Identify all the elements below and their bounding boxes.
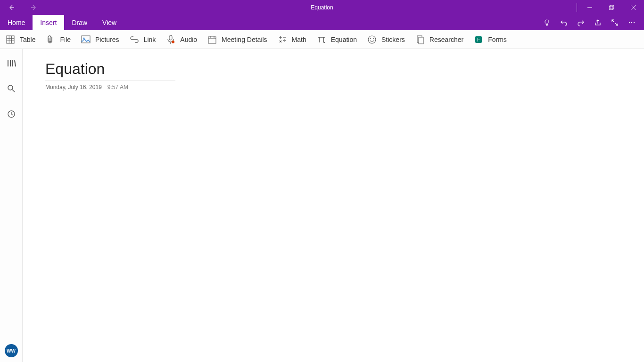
insert-forms-button[interactable]: F Forms xyxy=(474,30,507,49)
notebooks-icon xyxy=(7,58,16,68)
page-canvas[interactable]: Equation Monday, July 16, 2019 9:57 AM xyxy=(23,49,644,362)
page-title[interactable]: Equation xyxy=(45,60,621,78)
smiley-icon xyxy=(367,35,377,44)
notebooks-button[interactable] xyxy=(4,56,19,71)
search-icon xyxy=(7,84,16,93)
user-avatar[interactable]: WW xyxy=(5,344,18,357)
svg-point-8 xyxy=(631,22,632,23)
insert-table-button[interactable]: Table xyxy=(6,30,35,49)
ribbon-label: Equation xyxy=(331,36,357,43)
svg-rect-35 xyxy=(419,37,423,44)
ellipsis-icon xyxy=(628,19,636,26)
maximize-button[interactable] xyxy=(601,0,622,15)
insert-audio-button[interactable]: Audio xyxy=(166,30,197,49)
svg-point-42 xyxy=(8,85,13,90)
link-icon xyxy=(130,35,139,44)
insert-stickers-button[interactable]: Stickers xyxy=(367,30,405,49)
undo-button[interactable] xyxy=(555,15,572,30)
tabstrip-right xyxy=(538,15,644,30)
svg-rect-17 xyxy=(169,35,172,40)
tab-label: Draw xyxy=(72,19,87,26)
svg-point-32 xyxy=(370,38,371,39)
pi-icon xyxy=(317,35,326,44)
tab-label: Home xyxy=(8,19,25,26)
fullscreen-button[interactable] xyxy=(606,15,623,30)
ribbon-label: Math xyxy=(292,36,306,43)
ribbon-label: Table xyxy=(20,36,35,43)
ribbon-label: Forms xyxy=(488,36,507,43)
redo-icon xyxy=(577,19,585,26)
math-icon xyxy=(278,35,287,44)
minimize-button[interactable] xyxy=(579,0,601,15)
insert-equation-button[interactable]: Equation xyxy=(317,30,357,49)
title-bar: Equation xyxy=(0,0,644,15)
ribbon: Table File Pictures Link Audio Meeting D… xyxy=(0,30,644,49)
app-body: WW Equation Monday, July 16, 2019 9:57 A… xyxy=(0,49,644,362)
page-time: 9:57 AM xyxy=(107,84,128,90)
svg-point-29 xyxy=(284,39,285,40)
clock-icon xyxy=(7,110,16,118)
tell-me-button[interactable] xyxy=(538,15,555,30)
arrow-left-icon xyxy=(8,4,15,11)
svg-rect-15 xyxy=(82,36,90,43)
calendar-icon xyxy=(207,35,217,44)
forms-icon: F xyxy=(474,35,483,44)
insert-pictures-button[interactable]: Pictures xyxy=(81,30,119,49)
svg-point-18 xyxy=(172,41,174,43)
title-divider xyxy=(577,3,577,12)
ribbon-label: Meeting Details xyxy=(222,36,267,43)
recent-button[interactable] xyxy=(4,107,19,122)
svg-text:F: F xyxy=(477,37,480,42)
tab-insert[interactable]: Insert xyxy=(33,15,64,30)
insert-meeting-button[interactable]: Meeting Details xyxy=(207,30,267,49)
tab-strip: Home Insert Draw View xyxy=(0,15,644,30)
tab-draw[interactable]: Draw xyxy=(64,15,95,30)
nav-arrows xyxy=(0,0,45,15)
ribbon-label: Audio xyxy=(180,36,197,43)
svg-line-43 xyxy=(12,90,15,92)
ribbon-label: Researcher xyxy=(429,36,463,43)
search-button[interactable] xyxy=(4,81,19,96)
svg-point-31 xyxy=(368,36,376,43)
svg-rect-3 xyxy=(609,6,613,10)
microphone-icon xyxy=(166,35,175,44)
more-button[interactable] xyxy=(623,15,640,30)
svg-point-30 xyxy=(284,41,285,42)
ribbon-label: Stickers xyxy=(381,36,405,43)
svg-rect-19 xyxy=(208,37,216,43)
undo-icon xyxy=(560,19,568,26)
page-date: Monday, July 16, 2019 xyxy=(45,84,102,90)
back-button[interactable] xyxy=(0,0,23,15)
page-meta: Monday, July 16, 2019 9:57 AM xyxy=(45,84,621,90)
table-icon xyxy=(6,35,15,44)
svg-point-33 xyxy=(373,38,374,39)
window-controls xyxy=(575,0,644,15)
svg-point-16 xyxy=(83,37,85,39)
tab-label: View xyxy=(102,19,116,26)
tab-home[interactable]: Home xyxy=(0,15,33,30)
svg-rect-10 xyxy=(7,36,14,43)
maximize-icon xyxy=(609,5,614,10)
insert-researcher-button[interactable]: Researcher xyxy=(415,30,463,49)
close-button[interactable] xyxy=(622,0,644,15)
share-icon xyxy=(594,19,602,26)
insert-file-button[interactable]: File xyxy=(46,30,71,49)
svg-point-9 xyxy=(634,22,635,23)
sidebar: WW xyxy=(0,49,23,362)
forward-button[interactable] xyxy=(23,0,45,15)
tab-label: Insert xyxy=(40,19,57,26)
ribbon-label: File xyxy=(60,36,71,43)
pictures-icon xyxy=(81,35,91,44)
redo-button[interactable] xyxy=(572,15,589,30)
share-button[interactable] xyxy=(589,15,606,30)
svg-point-7 xyxy=(629,22,630,23)
lightbulb-icon xyxy=(543,19,551,26)
svg-rect-4 xyxy=(610,5,614,9)
expand-icon xyxy=(611,19,619,26)
ribbon-label: Link xyxy=(144,36,156,43)
tab-view[interactable]: View xyxy=(95,15,124,30)
insert-math-button[interactable]: Math xyxy=(278,30,306,49)
insert-link-button[interactable]: Link xyxy=(130,30,156,49)
title-underline xyxy=(45,81,175,81)
researcher-icon xyxy=(415,35,425,44)
